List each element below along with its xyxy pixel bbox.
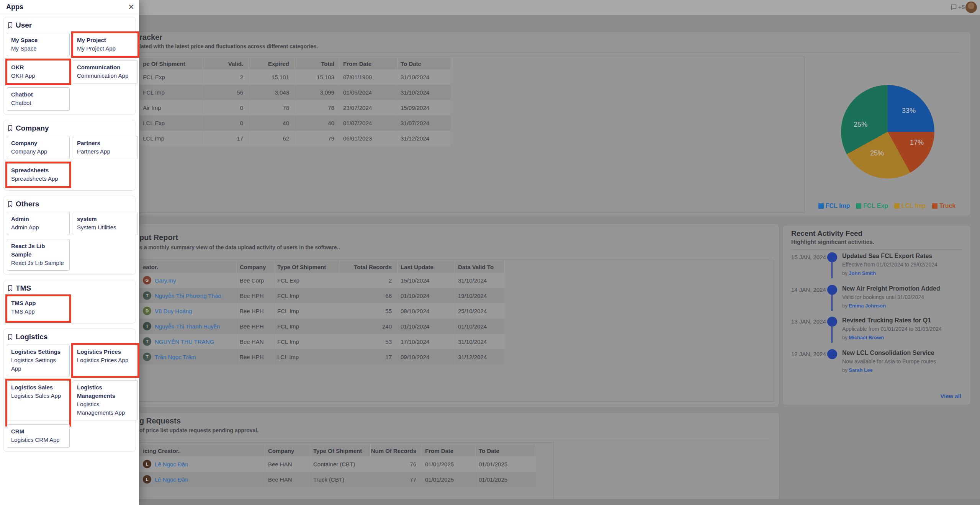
report-table-row[interactable]: GGary.myBee CorpFCL Exp215/10/202431/10/… bbox=[140, 273, 504, 288]
requests-header-row: icing Creator.CompanyType Of ShipmentNum… bbox=[140, 445, 536, 456]
column-header: Num Of Records bbox=[371, 445, 422, 456]
activity-author-link[interactable]: Sarah Lee bbox=[849, 367, 872, 373]
bookmark-icon bbox=[8, 22, 13, 29]
activity-date: 13 JAN, 2024 bbox=[791, 318, 826, 325]
table-cell: LCL Imp bbox=[274, 349, 340, 364]
table-cell: 17 bbox=[340, 349, 398, 364]
app-card-okr[interactable]: OKROKR App bbox=[7, 60, 70, 83]
app-card-my-project[interactable]: My ProjectMy Project App bbox=[73, 33, 138, 56]
creator-link[interactable]: Gary.my bbox=[155, 277, 176, 284]
table-cell: Bee HAN bbox=[265, 472, 310, 487]
report-table-row[interactable]: DVũ Duy HoàngBee HPHFCL Imp5508/10/20242… bbox=[140, 303, 504, 319]
app-card-title: Communication bbox=[77, 63, 134, 72]
table-cell: LCL Imp bbox=[140, 131, 203, 146]
tracker-header-row: pe Of ShipmentValid.ExpiredTotalFrom Dat… bbox=[140, 58, 451, 69]
legend-item[interactable]: FCL Exp bbox=[856, 203, 888, 209]
creator-link[interactable]: NGUYỄN THU TRANG bbox=[155, 338, 214, 345]
table-cell: Truck (CBT) bbox=[310, 472, 371, 487]
column-header: To Date bbox=[476, 445, 536, 456]
app-card-title: Logistics Managements bbox=[77, 383, 134, 400]
legend-swatch bbox=[932, 203, 937, 209]
user-avatar[interactable] bbox=[965, 2, 977, 13]
activity-date: 15 JAN, 2024 bbox=[791, 254, 826, 260]
apps-section-tms: TMSTMS AppTMS App bbox=[3, 280, 136, 324]
app-card-my-space[interactable]: My SpaceMy Space bbox=[7, 33, 70, 56]
app-card-crm[interactable]: CRMLogistics CRM App bbox=[7, 424, 70, 448]
bookmark-icon bbox=[8, 285, 13, 292]
app-card-tms-app[interactable]: TMS AppTMS App bbox=[7, 296, 70, 319]
creator-cell: TNGUYỄN THU TRANG bbox=[140, 334, 237, 349]
app-card-logistics-managements[interactable]: Logistics ManagementsLogistics Managemen… bbox=[73, 380, 138, 420]
apps-sections: UserMy SpaceMy SpaceMy ProjectMy Project… bbox=[0, 14, 139, 459]
app-card-system[interactable]: systemSystem Utilities bbox=[73, 212, 138, 235]
report-table-row[interactable]: TNguyễn Thị Thanh HuyềnBee HPHFCL Imp240… bbox=[140, 319, 504, 334]
table-cell: Bee HPH bbox=[237, 319, 274, 334]
table-cell: 78 bbox=[249, 100, 295, 115]
table-cell: 15/09/2024 bbox=[398, 100, 451, 115]
app-card-spreadsheets[interactable]: SpreadsheetsSpreadsheets App bbox=[7, 163, 70, 186]
report-table-row[interactable]: TTrần Ngọc TrâmBee HPHLCL Imp1709/10/202… bbox=[140, 349, 504, 364]
column-header: Data Valid To bbox=[455, 261, 504, 273]
creator-link[interactable]: Nguyễn Thị Thanh Huyền bbox=[155, 323, 220, 330]
table-cell: Bee Corp bbox=[237, 273, 274, 288]
table-cell: 01/10/2024 bbox=[398, 288, 455, 303]
activity-timeline: 15 JAN, 2024Updated Sea FCL Export Rates… bbox=[783, 226, 970, 405]
creator-avatar: L bbox=[143, 460, 151, 468]
app-card-logistics-prices[interactable]: Logistics PricesLogistics Prices App bbox=[73, 345, 138, 376]
table-cell: FCL Imp bbox=[274, 303, 340, 319]
app-card-partners[interactable]: PartnersPartners App bbox=[73, 136, 138, 159]
report-table-row[interactable]: TNguyễn Thị Phương ThảoBee HPHFCL Imp660… bbox=[140, 288, 504, 303]
tracker-table-row[interactable]: FCL Exp215,10115,10307/01/190031/10/2024 bbox=[140, 69, 451, 85]
activity-author-link[interactable]: Michael Brown bbox=[849, 335, 884, 340]
requests-table-row[interactable]: LLê Ngọc ĐànBee HANTruck (CBT)7701/01/20… bbox=[140, 472, 536, 487]
creator-link[interactable]: Lê Ngọc Đàn bbox=[155, 461, 188, 467]
app-card-react-js-lib-sample[interactable]: React Js Lib SampleReact Js Lib Sample bbox=[7, 239, 70, 271]
requests-table-row[interactable]: LLê Ngọc ĐànBee HANContainer (CBT)7601/0… bbox=[140, 456, 536, 472]
app-card-communication[interactable]: CommunicationCommunication App bbox=[73, 60, 138, 83]
view-all-link[interactable]: View all bbox=[940, 393, 961, 399]
app-card-company[interactable]: CompanyCompany App bbox=[7, 136, 70, 159]
table-cell: 31/10/2024 bbox=[455, 334, 504, 349]
section-header: TMS bbox=[7, 283, 132, 296]
app-card-title: Chatbot bbox=[11, 90, 65, 99]
shipment-pie-chart[interactable]: 33%17%25%25% bbox=[841, 85, 934, 178]
section-header: Company bbox=[7, 123, 132, 136]
tracker-table-row[interactable]: Air Imp0787823/07/202415/09/2024 bbox=[140, 100, 451, 115]
app-card-title: Spreadsheets bbox=[11, 166, 65, 175]
activity-author-link[interactable]: John Smith bbox=[849, 270, 876, 276]
table-cell: 23/07/2024 bbox=[340, 100, 398, 115]
pending-requests-card: g Requests of price list update requests… bbox=[129, 412, 779, 505]
tracker-table-row[interactable]: LCL Imp17627906/01/202331/12/2024 bbox=[140, 131, 451, 146]
tracker-table-row[interactable]: LCL Exp0404001/07/202431/07/2024 bbox=[140, 115, 451, 131]
creator-link[interactable]: Nguyễn Thị Phương Thảo bbox=[155, 293, 221, 299]
table-cell: 79 bbox=[295, 131, 340, 146]
app-card-logistics-sales[interactable]: Logistics SalesLogistics Sales App bbox=[7, 380, 70, 420]
close-icon[interactable]: ✕ bbox=[128, 2, 134, 11]
app-card-chatbot[interactable]: ChatbotChatbot bbox=[7, 87, 70, 111]
creator-link[interactable]: Vũ Duy Hoàng bbox=[155, 308, 192, 314]
chat-badge[interactable]: +5 bbox=[951, 4, 965, 10]
creator-avatar: T bbox=[143, 353, 151, 361]
activity-date: 14 JAN, 2024 bbox=[791, 286, 826, 293]
app-card-title: React Js Lib Sample bbox=[11, 242, 65, 259]
app-card-admin[interactable]: AdminAdmin App bbox=[7, 212, 70, 235]
table-cell: 01/01/2025 bbox=[422, 472, 476, 487]
activity-item-title: Updated Sea FCL Export Rates bbox=[842, 252, 965, 260]
table-cell: FCL Imp bbox=[140, 85, 203, 100]
legend-item[interactable]: Truck bbox=[932, 203, 956, 209]
timeline-stem bbox=[831, 295, 833, 311]
app-card-logistics-settings[interactable]: Logistics SettingsLogistics Settings App bbox=[7, 345, 70, 376]
column-header: Type Of Shipment bbox=[310, 445, 371, 456]
section-title: Company bbox=[16, 124, 49, 132]
report-table-row[interactable]: TNGUYỄN THU TRANGBee HANFCL Imp5317/10/2… bbox=[140, 334, 504, 349]
app-card-title: Company bbox=[11, 139, 65, 147]
apps-panel: Apps ✕ UserMy SpaceMy SpaceMy ProjectMy … bbox=[0, 0, 139, 505]
creator-link[interactable]: Lê Ngọc Đàn bbox=[155, 476, 188, 483]
legend-item[interactable]: LCL Imp bbox=[894, 203, 926, 209]
column-header: pe Of Shipment bbox=[140, 58, 203, 69]
table-cell: 40 bbox=[249, 115, 295, 131]
legend-item[interactable]: FCL Imp bbox=[818, 203, 850, 209]
creator-link[interactable]: Trần Ngọc Trâm bbox=[155, 354, 196, 360]
tracker-table-row[interactable]: FCL Imp563,0433,09901/05/202431/10/2024 bbox=[140, 85, 451, 100]
activity-author-link[interactable]: Emma Johnson bbox=[849, 303, 886, 309]
